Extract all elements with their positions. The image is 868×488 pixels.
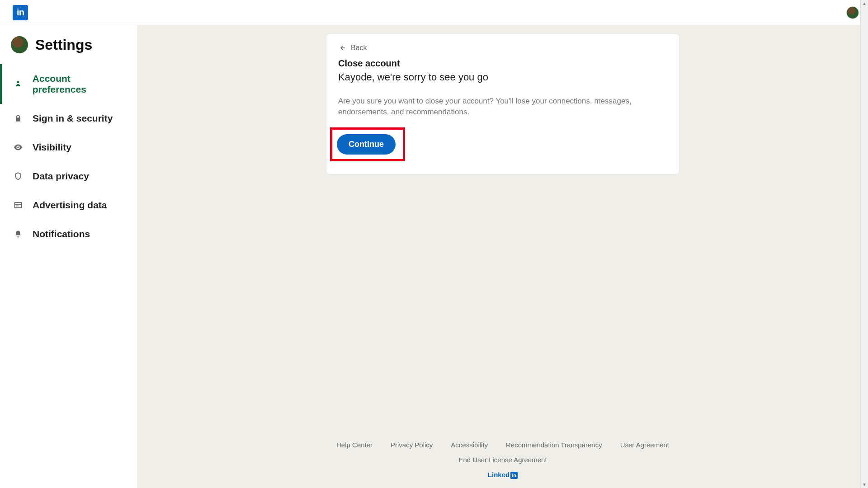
news-icon (13, 200, 24, 211)
continue-button[interactable]: Continue (337, 134, 396, 155)
svg-point-1 (17, 146, 19, 148)
nav-label: Notifications (33, 229, 90, 239)
bell-icon (13, 229, 24, 239)
card-description: Are you sure you want to close your acco… (338, 96, 667, 117)
nav-advertising-data[interactable]: Advertising data (0, 191, 137, 220)
footer-brand: Linkedin (137, 471, 868, 479)
scroll-up-icon[interactable]: ▲ (862, 1, 867, 6)
top-header: in (0, 0, 868, 25)
linkedin-logo[interactable]: in (13, 5, 28, 20)
nav-label: Sign in & security (33, 113, 113, 124)
continue-highlight: Continue (330, 127, 405, 161)
scrollbar[interactable]: ▲ ▼ (860, 0, 868, 488)
lock-icon (13, 113, 24, 124)
eye-icon (13, 142, 24, 153)
nav-account-preferences[interactable]: Account preferences (0, 64, 137, 104)
footer-link-privacy-policy[interactable]: Privacy Policy (391, 441, 433, 449)
scroll-down-icon[interactable]: ▼ (862, 482, 867, 487)
linkedin-badge-icon: in (510, 472, 518, 479)
nav-notifications[interactable]: Notifications (0, 220, 137, 249)
svg-rect-2 (15, 202, 22, 208)
sidebar-avatar[interactable] (11, 36, 28, 53)
nav-label: Visibility (33, 142, 71, 153)
arrow-left-icon (338, 44, 346, 52)
nav-visibility[interactable]: Visibility (0, 133, 137, 162)
footer-link-accessibility[interactable]: Accessibility (451, 441, 488, 449)
page-title: Settings (35, 37, 92, 53)
back-label: Back (351, 44, 367, 52)
back-button[interactable]: Back (338, 44, 667, 52)
nav-label: Advertising data (33, 200, 107, 211)
close-account-card: Back Close account Kayode, we're sorry t… (326, 33, 679, 174)
nav-label: Data privacy (33, 171, 89, 182)
settings-nav: Account preferences Sign in & security V… (0, 64, 137, 249)
footer-link-user-agreement[interactable]: User Agreement (620, 441, 669, 449)
shield-icon (13, 171, 24, 182)
footer-brand-text: Linked (488, 471, 509, 479)
footer-link-recommendation-transparency[interactable]: Recommendation Transparency (506, 441, 602, 449)
footer-links: Help Center Privacy Policy Accessibility… (137, 441, 868, 449)
nav-sign-in-security[interactable]: Sign in & security (0, 104, 137, 133)
profile-avatar[interactable] (846, 6, 859, 19)
footer-link-eula[interactable]: End User License Agreement (458, 456, 547, 464)
nav-label: Account preferences (33, 73, 126, 95)
settings-sidebar: Settings Account preferences Sign in & s… (0, 25, 137, 488)
card-subhead: Kayode, we're sorry to see you go (338, 71, 667, 83)
sidebar-header: Settings (0, 36, 137, 64)
nav-data-privacy[interactable]: Data privacy (0, 162, 137, 191)
footer-link-help-center[interactable]: Help Center (336, 441, 373, 449)
footer: Help Center Privacy Policy Accessibility… (137, 427, 868, 488)
card-title: Close account (338, 58, 667, 69)
main-content: Back Close account Kayode, we're sorry t… (137, 25, 868, 488)
svg-point-0 (17, 81, 19, 83)
person-icon (13, 79, 24, 89)
